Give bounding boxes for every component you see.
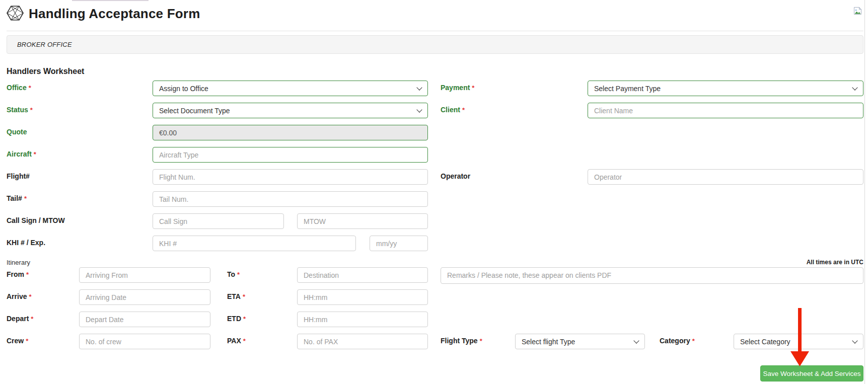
aircraft-label: Aircraft* xyxy=(7,150,36,158)
category-select[interactable]: Select Category xyxy=(734,334,863,349)
category-label: Category* xyxy=(660,337,695,345)
pax-input[interactable] xyxy=(297,334,428,349)
required-asterisk: * xyxy=(26,337,28,345)
payment-select[interactable]: Select Payment Type xyxy=(588,81,863,96)
required-asterisk: * xyxy=(31,315,33,323)
handling-acceptance-page: Handling Acceptance Form BROKER OFFICE H… xyxy=(0,0,868,384)
crew-input[interactable] xyxy=(79,334,210,349)
operator-label: Operator xyxy=(441,172,472,180)
status-label: Status* xyxy=(7,106,33,114)
window-artifact xyxy=(72,0,149,1)
arriving-date-input[interactable] xyxy=(79,289,210,305)
flight-type-label: Flight Type* xyxy=(441,337,482,345)
mtow-input[interactable] xyxy=(297,213,428,229)
remarks-textarea[interactable] xyxy=(441,267,863,284)
required-asterisk: * xyxy=(29,84,31,92)
office-select-value: Assign to Office xyxy=(159,85,208,93)
call-sign-input[interactable] xyxy=(153,213,284,229)
etd-input[interactable] xyxy=(297,312,428,327)
itinerary-section-label: Itinerary xyxy=(7,259,30,266)
callsign-mtow-label: Call Sign / MTOW xyxy=(7,216,65,224)
required-asterisk: * xyxy=(237,271,240,278)
broker-office-banner: BROKER OFFICE xyxy=(7,35,863,54)
khi-exp-input[interactable] xyxy=(370,236,428,251)
required-asterisk: * xyxy=(480,337,482,345)
tail-num-label: Tail#* xyxy=(7,194,27,202)
khi-num-input[interactable] xyxy=(153,236,356,251)
destination-input[interactable] xyxy=(297,267,428,283)
arrive-label: Arrive* xyxy=(7,292,32,300)
office-select[interactable]: Assign to Office xyxy=(153,81,428,96)
from-label: From* xyxy=(7,270,29,278)
window-right-edge xyxy=(864,0,865,384)
required-asterisk: * xyxy=(30,106,33,114)
header-divider xyxy=(7,31,863,31)
chevron-down-icon xyxy=(852,338,857,343)
required-asterisk: * xyxy=(243,337,246,345)
pax-label: PAX* xyxy=(227,337,246,345)
khi-exp-label: KHI # / Exp. xyxy=(7,239,45,247)
quote-input xyxy=(153,125,428,140)
save-worksheet-button[interactable]: Save Worksheet & Add Services xyxy=(760,365,863,381)
flight-num-label: Flight# xyxy=(7,172,32,180)
flight-type-select[interactable]: Select flight Type xyxy=(515,334,645,349)
broker-office-label: BROKER OFFICE xyxy=(17,41,72,48)
required-asterisk: * xyxy=(243,293,245,300)
office-label: Office* xyxy=(7,84,31,92)
operator-input[interactable] xyxy=(588,169,863,185)
required-asterisk: * xyxy=(29,293,31,300)
to-label: To* xyxy=(227,270,240,278)
section-heading: Handlers Worksheet xyxy=(7,67,84,76)
required-asterisk: * xyxy=(472,84,474,92)
aircraft-type-input[interactable] xyxy=(153,147,428,163)
required-asterisk: * xyxy=(243,315,246,323)
depart-date-input[interactable] xyxy=(79,312,210,327)
chevron-down-icon xyxy=(416,107,422,112)
broken-image-icon xyxy=(853,7,862,15)
payment-select-value: Select Payment Type xyxy=(594,85,661,93)
flight-num-input[interactable] xyxy=(153,169,428,185)
required-asterisk: * xyxy=(692,337,695,345)
status-select[interactable]: Select Document Type xyxy=(153,103,428,118)
client-name-input[interactable] xyxy=(588,103,863,118)
required-asterisk: * xyxy=(26,271,29,278)
flight-type-select-value: Select flight Type xyxy=(522,338,575,346)
status-select-value: Select Document Type xyxy=(159,107,230,115)
etd-label: ETD* xyxy=(227,315,246,323)
required-asterisk: * xyxy=(24,195,27,202)
quote-label: Quote xyxy=(7,128,29,136)
tail-num-input[interactable] xyxy=(153,191,428,207)
client-label: Client* xyxy=(441,106,465,114)
category-select-value: Select Category xyxy=(740,338,790,346)
payment-label: Payment* xyxy=(441,84,474,92)
required-asterisk: * xyxy=(34,150,36,158)
chevron-down-icon xyxy=(852,85,857,90)
arriving-from-input[interactable] xyxy=(79,267,210,283)
eta-input[interactable] xyxy=(297,289,428,305)
chevron-down-icon xyxy=(416,85,422,90)
depart-label: Depart* xyxy=(7,315,33,323)
gem-icon xyxy=(7,5,24,22)
utc-note: All times are in UTC xyxy=(705,259,863,266)
chevron-down-icon xyxy=(633,338,639,343)
crew-label: Crew* xyxy=(7,337,28,345)
page-title: Handling Acceptance Form xyxy=(29,6,200,22)
required-asterisk: * xyxy=(462,106,465,114)
eta-label: ETA* xyxy=(227,292,245,300)
